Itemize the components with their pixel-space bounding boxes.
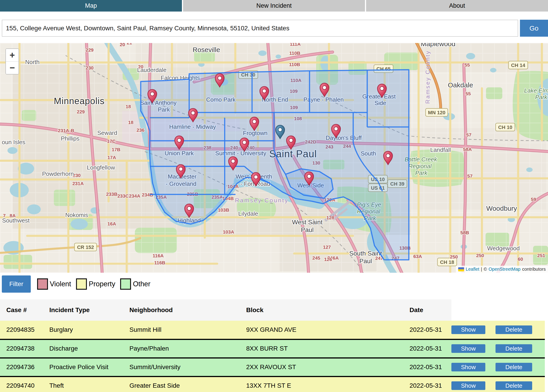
route-number: 17C: [107, 139, 116, 144]
route-number: 233B: [106, 191, 118, 197]
col-block: Block: [240, 300, 403, 321]
filter-row: Filter ViolentPropertyOther: [0, 275, 548, 293]
delete-button[interactable]: Delete: [495, 381, 532, 390]
map-label: Ramsey County: [424, 50, 431, 104]
legend-label: Property: [89, 280, 115, 288]
route-number: 229: [85, 47, 93, 53]
route-number: 234A: [129, 193, 140, 198]
legend-item-other: Other: [120, 278, 151, 290]
address-input[interactable]: [2, 20, 518, 37]
route-number: 111A: [290, 43, 301, 47]
delete-button[interactable]: Delete: [495, 344, 532, 353]
route-number: 58B: [460, 230, 469, 235]
show-button[interactable]: Show: [451, 325, 485, 334]
route-number: 60: [518, 256, 523, 262]
cell-date: 2022-05-31: [403, 339, 451, 358]
route-number: 250: [450, 254, 458, 259]
incident-row: 22094835BurglarySummit Hill9XX GRAND AVE…: [0, 321, 545, 339]
cell-date: 2022-05-31: [403, 376, 451, 392]
cell-block: 9XX GRAND AVE: [240, 321, 403, 339]
map-canvas: ✈ CH 65CH 30CH 14MN 120CH 10CH 39US 10US…: [0, 43, 548, 273]
leaflet-map[interactable]: ✈ CH 65CH 30CH 14MN 120CH 10CH 39US 10US…: [0, 43, 548, 273]
map-label: Woodbury: [486, 205, 517, 212]
map-label: Powderhorn: [42, 170, 74, 177]
attribution-suffix: contributors: [522, 267, 546, 272]
route-number: 20: [120, 43, 125, 47]
route-number: 16A: [107, 221, 116, 226]
legend-label: Violent: [50, 280, 71, 288]
incident-row: 22094736Proactive Police VisitSummit/Uni…: [0, 358, 545, 376]
col-date: Date: [403, 300, 451, 321]
cell-actions: ShowDelete: [451, 339, 545, 358]
zoom-in-button[interactable]: +: [6, 49, 19, 61]
route-number: 236: [136, 127, 144, 133]
legend-swatch: [76, 278, 87, 290]
map-label: Phillips: [61, 135, 79, 142]
cell-block: 2XX RAVOUX ST: [240, 358, 403, 376]
tab-about[interactable]: About: [366, 0, 548, 12]
attribution-separator: |: [481, 267, 482, 272]
route-shield: CH 14: [509, 61, 528, 69]
map-label: Seward: [97, 129, 117, 136]
copyright-symbol: ©: [484, 267, 487, 272]
tab-map[interactable]: Map: [0, 0, 182, 12]
svg-text:CR 152: CR 152: [77, 245, 94, 250]
map-label: Park: [535, 94, 548, 100]
col-neighborhood: Neighborhood: [123, 300, 240, 321]
cell-type: Discharge: [43, 339, 123, 358]
route-number: 17A: [107, 155, 116, 160]
route-shield: CH 10: [496, 123, 515, 131]
show-button[interactable]: Show: [451, 344, 485, 353]
route-number: 229: [77, 109, 85, 114]
cell-actions: ShowDelete: [451, 376, 545, 392]
route-number: 103B: [218, 207, 229, 212]
svg-text:CH 18: CH 18: [440, 259, 454, 265]
route-number: 231A: [72, 181, 84, 186]
tab-new-incident[interactable]: New Incident: [183, 0, 365, 12]
route-number: 18: [128, 120, 133, 125]
osm-link[interactable]: OpenStreetMap: [488, 267, 520, 272]
svg-text:CH 10: CH 10: [498, 125, 512, 130]
map-label: North: [25, 59, 40, 65]
show-button[interactable]: Show: [451, 363, 485, 371]
col-actions: [451, 300, 545, 321]
route-number: 58A: [463, 147, 472, 152]
incident-table: Case # Incident Type Neighborhood Block …: [0, 300, 545, 392]
map-label: Wedgewood: [487, 245, 520, 252]
cell-type: Proactive Police Visit: [43, 358, 123, 376]
delete-button[interactable]: Delete: [495, 325, 532, 334]
cell-case: 22094740: [0, 376, 43, 392]
map-label: Southwest: [2, 217, 30, 224]
route-number: 103A: [223, 229, 234, 234]
cell-date: 2022-05-31: [403, 358, 451, 376]
route-number: 18: [125, 104, 131, 109]
map-label: South Saint: [349, 250, 382, 257]
cell-type: Burglary: [43, 321, 123, 339]
svg-text:MN 120: MN 120: [428, 110, 445, 115]
go-button[interactable]: Go: [520, 20, 548, 37]
cell-actions: ShowDelete: [451, 321, 545, 339]
map-label: West Saint: [292, 219, 323, 226]
delete-button[interactable]: Delete: [495, 363, 532, 371]
top-nav: Map New Incident About: [0, 0, 548, 12]
show-button[interactable]: Show: [451, 381, 485, 390]
route-shield: MN 120: [426, 108, 448, 116]
route-number: 17B: [112, 147, 121, 152]
cell-neighborhood: Payne/Phalen: [123, 339, 240, 358]
legend-item-property: Property: [76, 278, 115, 290]
map-attribution: Leaflet | © OpenStreetMap contributors: [456, 266, 548, 273]
filter-button[interactable]: Filter: [2, 275, 31, 293]
map-label: Lake Elmo: [524, 87, 548, 94]
map-label: Roseville: [193, 46, 220, 53]
leaflet-link[interactable]: Leaflet: [466, 267, 479, 272]
zoom-out-button[interactable]: −: [6, 61, 19, 74]
map-label: Ramsey County: [235, 197, 289, 204]
route-number: 55: [465, 62, 470, 67]
route-number: 116A: [153, 253, 164, 258]
route-number: 57: [467, 173, 472, 179]
route-number: 59: [531, 197, 536, 202]
cell-neighborhood: Greater East Side: [123, 376, 240, 392]
route-number: 126: [324, 257, 332, 262]
cell-actions: ShowDelete: [451, 358, 545, 376]
cell-case: 22094736: [0, 358, 43, 376]
